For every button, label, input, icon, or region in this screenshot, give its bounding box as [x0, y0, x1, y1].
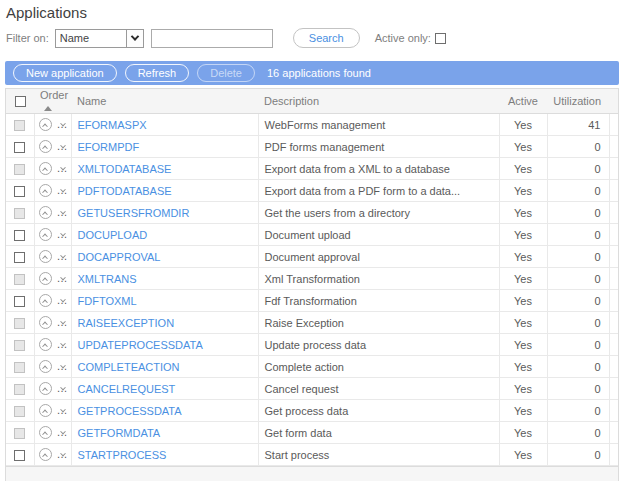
column-header-active[interactable]: Active	[499, 89, 547, 114]
order-down-button[interactable]	[57, 382, 70, 395]
row-name-cell: DOCAPPROVAL	[71, 246, 258, 268]
row-select-checkbox[interactable]	[14, 208, 25, 219]
row-select-checkbox[interactable]	[14, 230, 25, 241]
application-name-link[interactable]: FDFTOXML	[78, 295, 137, 307]
row-spare-cell	[609, 378, 618, 400]
row-select-cell	[6, 268, 34, 290]
application-name-link[interactable]: XMLTRANS	[78, 273, 137, 285]
order-up-button[interactable]	[39, 228, 52, 241]
row-select-checkbox[interactable]	[14, 296, 25, 307]
row-select-checkbox[interactable]	[14, 274, 25, 285]
row-select-checkbox[interactable]	[14, 120, 25, 131]
application-name-link[interactable]: DOCAPPROVAL	[78, 251, 161, 263]
row-select-checkbox[interactable]	[14, 186, 25, 197]
application-name-link[interactable]: COMPLETEACTION	[78, 361, 180, 373]
select-all-checkbox[interactable]	[15, 96, 26, 107]
order-down-button[interactable]	[57, 404, 70, 417]
table-row: GETPROCESSDATA Get process data Yes 0	[6, 400, 618, 422]
order-up-button[interactable]	[39, 338, 52, 351]
application-name-link[interactable]: CANCELREQUEST	[78, 383, 176, 395]
column-header-description[interactable]: Description	[258, 89, 499, 114]
order-up-button[interactable]	[39, 404, 52, 417]
delete-button[interactable]: Delete	[197, 64, 255, 82]
order-down-button[interactable]	[57, 316, 70, 329]
row-select-checkbox[interactable]	[14, 340, 25, 351]
row-select-cell	[6, 356, 34, 378]
application-name-link[interactable]: GETUSERSFROMDIR	[78, 207, 190, 219]
row-description-cell: Export data from a PDF form to a data...	[258, 180, 499, 202]
select-dropdown-button[interactable]	[126, 30, 143, 47]
order-up-button[interactable]	[39, 294, 52, 307]
order-down-button[interactable]	[57, 272, 70, 285]
order-up-button[interactable]	[39, 272, 52, 285]
row-description-cell: Complete action	[258, 356, 499, 378]
application-name-link[interactable]: GETFORMDATA	[78, 427, 161, 439]
order-up-button[interactable]	[39, 140, 52, 153]
order-down-button[interactable]	[57, 338, 70, 351]
column-header-order[interactable]: Order	[34, 89, 71, 114]
order-up-button[interactable]	[39, 206, 52, 219]
row-select-checkbox[interactable]	[14, 450, 25, 461]
row-description-cell: Get form data	[258, 422, 499, 444]
column-header-name[interactable]: Name	[71, 89, 258, 114]
application-name-link[interactable]: DOCUPLOAD	[78, 229, 148, 241]
row-name-cell: UPDATEPROCESSDATA	[71, 334, 258, 356]
order-down-button[interactable]	[57, 162, 70, 175]
row-utilization-cell: 0	[547, 268, 609, 290]
row-spare-cell	[609, 136, 618, 158]
row-active-cell: Yes	[499, 400, 547, 422]
order-down-button[interactable]	[57, 118, 70, 131]
order-up-button[interactable]	[39, 118, 52, 131]
row-order-cell	[34, 158, 71, 180]
application-name-link[interactable]: GETPROCESSDATA	[78, 405, 182, 417]
row-select-checkbox[interactable]	[14, 428, 25, 439]
row-select-checkbox[interactable]	[14, 362, 25, 373]
filter-query-input[interactable]	[151, 29, 273, 48]
row-utilization-cell: 0	[547, 246, 609, 268]
row-select-checkbox[interactable]	[14, 252, 25, 263]
application-name-link[interactable]: STARTPROCESS	[78, 449, 167, 461]
order-up-button[interactable]	[39, 250, 52, 263]
order-up-button[interactable]	[39, 382, 52, 395]
order-up-button[interactable]	[39, 448, 52, 461]
order-down-button[interactable]	[57, 206, 70, 219]
row-description-cell: WebForms management	[258, 114, 499, 136]
row-spare-cell	[609, 312, 618, 334]
application-name-link[interactable]: RAISEEXCEPTION	[78, 317, 175, 329]
search-button[interactable]: Search	[293, 28, 360, 48]
new-application-button[interactable]: New application	[13, 64, 117, 82]
row-active-cell: Yes	[499, 334, 547, 356]
application-name-link[interactable]: EFORMPDF	[78, 141, 140, 153]
order-up-button[interactable]	[39, 162, 52, 175]
filter-field-select[interactable]: Name	[55, 29, 144, 48]
order-down-button[interactable]	[57, 448, 70, 461]
row-active-cell: Yes	[499, 158, 547, 180]
active-only-checkbox[interactable]	[435, 33, 446, 44]
order-up-button[interactable]	[39, 360, 52, 373]
order-down-button[interactable]	[57, 294, 70, 307]
order-down-button[interactable]	[57, 250, 70, 263]
order-up-button[interactable]	[39, 426, 52, 439]
row-select-checkbox[interactable]	[14, 384, 25, 395]
order-down-button[interactable]	[57, 228, 70, 241]
sort-ascending-icon	[44, 106, 52, 111]
column-header-utilization[interactable]: Utilization	[547, 89, 609, 114]
application-name-link[interactable]: XMLTODATABASE	[78, 163, 172, 175]
row-select-checkbox[interactable]	[14, 318, 25, 329]
row-select-checkbox[interactable]	[14, 142, 25, 153]
refresh-button[interactable]: Refresh	[125, 64, 190, 82]
order-down-button[interactable]	[57, 184, 70, 197]
order-down-button[interactable]	[57, 426, 70, 439]
application-name-link[interactable]: UPDATEPROCESSDATA	[78, 339, 203, 351]
order-up-button[interactable]	[39, 316, 52, 329]
order-down-button[interactable]	[57, 360, 70, 373]
row-description-cell: Get process data	[258, 400, 499, 422]
row-select-checkbox[interactable]	[14, 164, 25, 175]
application-name-link[interactable]: EFORMASPX	[78, 119, 147, 131]
order-up-button[interactable]	[39, 184, 52, 197]
chevron-down-icon	[60, 209, 66, 215]
order-down-button[interactable]	[57, 140, 70, 153]
application-name-link[interactable]: PDFTODATABASE	[78, 185, 172, 197]
row-select-checkbox[interactable]	[14, 406, 25, 417]
row-spare-cell	[609, 444, 618, 466]
